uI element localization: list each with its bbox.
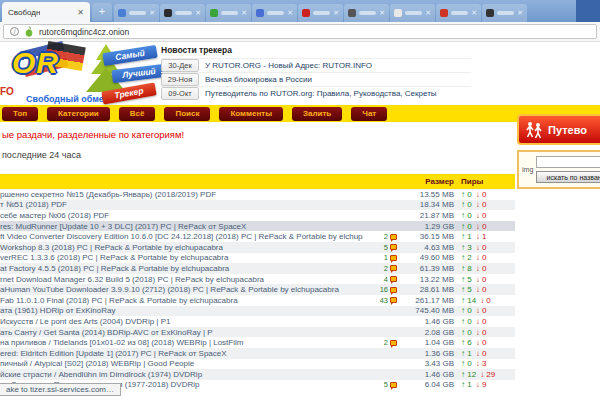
tab-background[interactable]: ✕	[436, 4, 481, 22]
comments-cell: 2	[363, 264, 397, 273]
torrent-link[interactable]: ршенно секретно №15 (Декабрь-Январь) (20…	[0, 190, 363, 199]
seeders: ↑ 0	[461, 306, 472, 315]
size-cell: 61.39 MB	[397, 264, 461, 273]
guide-banner[interactable]: Путево	[517, 114, 600, 145]
tab-background[interactable]: ✕	[206, 4, 251, 22]
url-field[interactable]: i rutorc6mqdinc4cz.onion	[3, 24, 597, 39]
tab-close-icon[interactable]: ✕	[77, 8, 84, 17]
col-size: Размер	[397, 177, 461, 186]
leechers: ↓ 0	[476, 243, 487, 252]
torrent-link[interactable]: ата (1961) HDRip от ExKinoRay	[0, 306, 363, 315]
nav-button-категории[interactable]: Категории	[47, 107, 110, 121]
col-peers: Пиры	[461, 177, 515, 186]
size-cell: 18.34 MB	[397, 200, 461, 209]
tab-close-icon[interactable]: ✕	[379, 9, 385, 17]
table-row: res: MudRunner [Update 10 + 3 DLC] (2017…	[0, 221, 515, 232]
seeders: ↑ 0	[461, 359, 472, 368]
torrent-link[interactable]: на приливов / Tidelands [01x01-02 из 08]…	[0, 338, 363, 347]
site-info-icon[interactable]: i	[10, 27, 19, 36]
torrent-link[interactable]: Fab 11.0.1.0 Final (2018) PC | RePack & …	[0, 296, 363, 305]
search-by-name-button[interactable]: искать по назван	[536, 171, 600, 183]
tab-close-icon[interactable]: ✕	[287, 9, 293, 17]
news-link[interactable]: Путеводитель по RUTOR.org: Правила, Руко…	[205, 89, 437, 98]
nav-button-поиск[interactable]: Поиск	[164, 107, 210, 121]
tab-close-icon[interactable]: ✕	[425, 9, 431, 17]
tab-close-icon[interactable]: ✕	[517, 9, 523, 17]
torrent-link[interactable]: Workshop 8.3 (2018) PC | RePack & Portab…	[0, 243, 363, 252]
news-list: 30-ДекУ RUTOR.ORG - Новый Адрес: RUTOR.I…	[161, 58, 471, 100]
logo-subtext: FO	[0, 86, 14, 97]
leechers: ↓ 0	[476, 306, 487, 315]
tab-favicon	[164, 9, 172, 17]
tab-close-icon[interactable]: ✕	[333, 9, 339, 17]
background-tabs: ✕✕✕✕✕✕✕✕✕	[114, 4, 528, 22]
news-link[interactable]: У RUTOR.ORG - Новый Адрес: RUTOR.INFO	[205, 61, 372, 70]
torrent-link[interactable]: ered: Eldritch Edition [Update 1] (2017)…	[0, 349, 363, 358]
nav-button-комменты[interactable]: Комменты	[219, 107, 283, 121]
peers-cell: ↑ 0↓ 0	[461, 306, 515, 315]
nav-button-чат[interactable]: Чат	[351, 107, 387, 121]
nav-button-залить[interactable]: Залить	[292, 107, 342, 121]
size-cell: 13.55 MB	[397, 190, 461, 199]
leechers: ↓ 0	[476, 222, 487, 231]
tab-background[interactable]: ✕	[344, 4, 389, 22]
search-input[interactable]	[536, 156, 600, 168]
tab-close-icon[interactable]: ✕	[241, 9, 247, 17]
news-date: 29-Ноя	[161, 73, 199, 86]
comment-icon	[390, 265, 397, 271]
news-item: 29-НояВечная блокировка в России	[161, 72, 471, 86]
torrent-link[interactable]: Искусств / Le pont des Arts (2004) DVDRi…	[0, 317, 363, 326]
tab-background[interactable]: ✕	[252, 4, 297, 22]
leechers: ↓ 0	[476, 338, 487, 347]
tab-bar: Свободн ✕ + ✕✕✕✕✕✕✕✕✕	[0, 0, 600, 22]
logo-tagline: Свободный обмен	[26, 94, 109, 104]
torrent-link[interactable]: rnet Download Manager 6.32 Build 5 (2018…	[0, 275, 363, 284]
torrent-link[interactable]: йские страсти / Abendlühn im Dirndlrock …	[0, 370, 363, 379]
torrent-link[interactable]: res: MudRunner [Update 10 + 3 DLC] (2017…	[0, 222, 363, 231]
comment-icon	[390, 382, 397, 388]
seeders: ↑ 1	[461, 380, 472, 389]
new-tab-button[interactable]: +	[92, 3, 112, 21]
torrent-link[interactable]: ft Video Converter Discovery Edition 10.…	[0, 232, 363, 241]
peers-cell: ↑ 0↓ 0	[461, 328, 515, 337]
nav-button-топ[interactable]: Топ	[2, 107, 38, 121]
tab-background[interactable]: ✕	[390, 4, 435, 22]
torrent-link[interactable]: себе мастер №06 (2018) PDF	[0, 211, 363, 220]
peers-cell: ↑ 12↓ 29	[461, 370, 515, 379]
seeders: ↑ 2	[461, 253, 472, 262]
news-date: 30-Дек	[161, 59, 199, 72]
main-nav: ТопКатегорииВсёПоискКомментыЗалитьЧат	[0, 105, 600, 122]
nav-button-всё[interactable]: Всё	[119, 107, 156, 121]
tab-close-icon[interactable]: ✕	[195, 9, 201, 17]
peers-cell: ↑ 1↓ 0	[461, 349, 515, 358]
news-title: Новости трекера	[161, 45, 471, 55]
table-row: at Factory 4.5.5 (2018) PC | RePack & Po…	[0, 263, 515, 274]
tab-background[interactable]: ✕	[114, 4, 159, 22]
guide-label: Путево	[548, 124, 587, 136]
size-cell: 1.36 GB	[397, 349, 461, 358]
torrent-link[interactable]: пичный / Atypical [S02] (2018) WEBRip | …	[0, 359, 363, 368]
seeders: ↑ 3	[461, 243, 472, 252]
search-box: img искать по назван	[517, 150, 600, 189]
torrent-link[interactable]: ать Санту / Get Santa (2014) BDRip-AVC о…	[0, 328, 363, 337]
peers-cell: ↑ 8↓ 0	[461, 264, 515, 273]
tab-background[interactable]: ✕	[160, 4, 205, 22]
leechers: ↓ 9	[476, 380, 487, 389]
seeders: ↑ 0	[461, 190, 472, 199]
tab-active[interactable]: Свободн ✕	[2, 2, 90, 22]
comments-count: 1	[384, 253, 388, 262]
tab-background[interactable]: ✕	[298, 4, 343, 22]
seeders: ↑ 0	[461, 200, 472, 209]
torrent-link[interactable]: at Factory 4.5.5 (2018) PC | RePack & Po…	[0, 264, 363, 273]
site-logo[interactable]: OR FO Свободный обмен Самый Лучший Треке…	[0, 44, 158, 106]
size-cell: 6.04 GB	[397, 380, 461, 389]
tab-close-icon[interactable]: ✕	[149, 9, 155, 17]
comment-icon	[390, 276, 397, 282]
table-row: себе мастер №06 (2018) PDF21.87 MB↑ 0↓ 0	[0, 210, 515, 221]
torrent-link[interactable]: aHuman YouTube Downloader 3.9.9.10 (2712…	[0, 285, 363, 294]
tab-close-icon[interactable]: ✕	[471, 9, 477, 17]
tab-background[interactable]: ✕	[482, 4, 527, 22]
torrent-link[interactable]: verREC 1.3.3.6 (2018) PC | RePack & Port…	[0, 253, 363, 262]
torrent-link[interactable]: т №51 (2018) PDF	[0, 200, 363, 209]
news-link[interactable]: Вечная блокировка в России	[205, 75, 312, 84]
